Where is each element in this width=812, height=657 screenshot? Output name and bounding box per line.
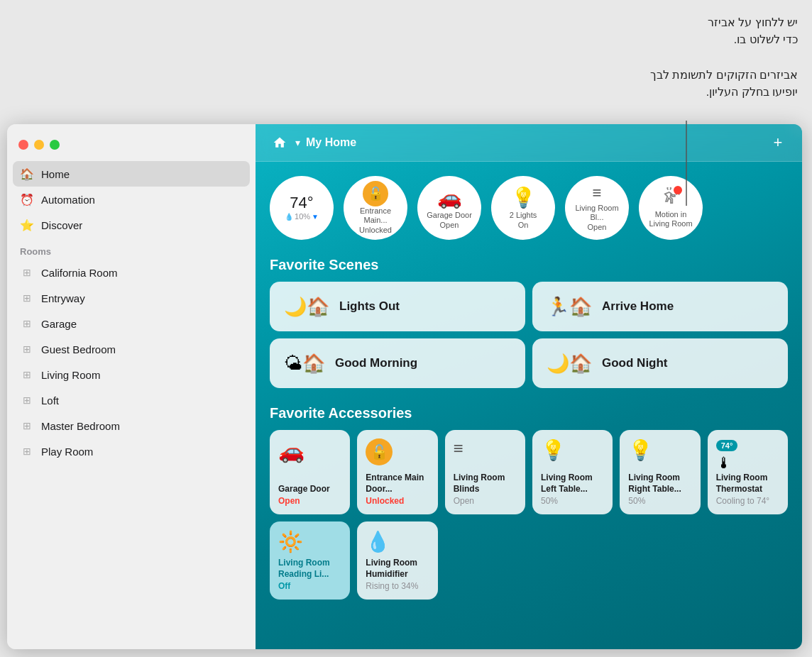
room-label: Garage xyxy=(41,318,77,330)
sidebar-item-california-room[interactable]: ⊞ California Room xyxy=(13,260,250,285)
room-icon: ⊞ xyxy=(20,444,34,458)
sidebar-label-discover: Discover xyxy=(41,219,82,231)
thermostat-status: Cooling to 74° xyxy=(716,496,779,506)
room-label: Master Bedroom xyxy=(41,420,120,432)
reading-lamp-icon: 🔆 xyxy=(278,530,341,553)
room-icon: ⊞ xyxy=(20,265,34,280)
accessory-left-lamp[interactable]: 💡 Living Room Left Table... 50% xyxy=(532,430,613,514)
motion-badge xyxy=(674,186,682,194)
home-chevron-button[interactable]: ▾ xyxy=(295,137,300,148)
sidebar-item-play-room[interactable]: ⊞ Play Room xyxy=(13,438,250,464)
accessories-section-title: Favorite Accessories xyxy=(270,405,788,421)
garage-tile[interactable]: 🚗 Garage DoorOpen xyxy=(417,176,481,240)
sidebar-item-guest-bedroom[interactable]: ⊞ Guest Bedroom xyxy=(13,336,250,362)
blinds-accessory-icon: ≡ xyxy=(454,438,517,458)
sidebar-header xyxy=(7,136,256,161)
arrive-home-icon: 🏃🏠 xyxy=(547,296,592,318)
left-lamp-icon: 💡 xyxy=(541,438,604,462)
entrance-lock-status: Unlocked xyxy=(366,496,429,506)
garage-tile-label: Garage DoorOpen xyxy=(427,211,472,229)
toolbar: ▾ My Home + xyxy=(256,124,802,162)
good-morning-icon: 🌤🏠 xyxy=(284,353,325,375)
add-button[interactable]: + xyxy=(768,133,788,153)
accessory-garage-door[interactable]: 🚗 Garage Door Open xyxy=(270,430,350,514)
annotation-line xyxy=(686,121,688,206)
sidebar-label-automation: Automation xyxy=(41,194,95,206)
home-nav-button[interactable] xyxy=(270,133,290,153)
entrance-lock-name: Entrance Main Door... xyxy=(366,473,429,495)
garage-door-name: Garage Door xyxy=(278,484,341,495)
humidifier-status: Rising to 34% xyxy=(366,581,429,591)
reading-lamp-status: Off xyxy=(278,581,341,591)
accessory-reading-lamp[interactable]: 🔆 Living Room Reading Li... Off xyxy=(270,521,350,600)
scene-lights-out[interactable]: 🌙🏠 Lights Out xyxy=(270,282,525,331)
room-icon: ⊞ xyxy=(20,316,34,331)
thermostat-name: Living Room Thermostat xyxy=(716,473,779,495)
discover-icon: ⭐ xyxy=(20,218,34,232)
accessory-humidifier[interactable]: 💧 Living Room Humidifier Rising to 34% xyxy=(357,521,437,600)
entrance-tile[interactable]: 🔓 Entrance Main...Unlocked xyxy=(344,176,407,240)
good-morning-label: Good Morning xyxy=(335,356,417,370)
room-label: Guest Bedroom xyxy=(41,343,116,355)
thermostat-badge: 74° xyxy=(716,440,738,451)
scene-good-night[interactable]: 🌙🏠 Good Night xyxy=(532,338,788,388)
temp-value: 74° xyxy=(290,195,313,211)
sidebar-item-automation[interactable]: ⏰ Automation xyxy=(13,187,250,212)
annotation-text-1: יש ללחוץ על אביזר כדי לשלוט בו. xyxy=(571,14,798,48)
entrance-tile-label: Entrance Main...Unlocked xyxy=(347,206,404,235)
room-label: Entryway xyxy=(41,292,85,304)
blinds-status: Open xyxy=(454,496,517,506)
sidebar-item-loft[interactable]: ⊞ Loft xyxy=(13,387,250,413)
accessories-grid: 🚗 Garage Door Open 🔓 Entrance Main Door.… xyxy=(270,430,788,600)
good-night-icon: 🌙🏠 xyxy=(547,353,592,375)
right-lamp-name: Living Room Right Table... xyxy=(628,473,691,495)
room-icon: ⊞ xyxy=(20,368,34,382)
accessory-blinds[interactable]: ≡ Living Room Blinds Open xyxy=(445,430,525,514)
accessory-right-lamp[interactable]: 💡 Living Room Right Table... 50% xyxy=(620,430,700,514)
sidebar-item-garage[interactable]: ⊞ Garage xyxy=(13,311,250,336)
traffic-lights xyxy=(18,140,60,150)
thermostat-icon: 🌡 xyxy=(716,454,779,473)
sidebar-item-living-room[interactable]: ⊞ Living Room xyxy=(13,362,250,387)
temp-sub: 💧 10% ▼ xyxy=(285,212,319,221)
content-area: 74° 💧 10% ▼ 🔓 Entrance Main...Unlocked xyxy=(256,162,802,649)
scenes-section-title: Favorite Scenes xyxy=(270,257,788,273)
blinds-tile-label: Living Room Bl...Open xyxy=(569,204,625,232)
blinds-name: Living Room Blinds xyxy=(454,473,517,495)
rooms-list: ⊞ California Room ⊞ Entryway ⊞ Garage ⊞ … xyxy=(7,260,256,464)
lights-tile[interactable]: 💡 2 LightsOn xyxy=(491,176,555,240)
zoom-button[interactable] xyxy=(50,140,60,150)
right-lamp-icon: 💡 xyxy=(628,438,691,462)
sidebar-item-master-bedroom[interactable]: ⊞ Master Bedroom xyxy=(13,413,250,438)
home-icon: 🏠 xyxy=(20,167,34,181)
scene-good-morning[interactable]: 🌤🏠 Good Morning xyxy=(270,338,525,388)
room-label: Living Room xyxy=(41,369,100,381)
temperature-tile[interactable]: 74° 💧 10% ▼ xyxy=(270,176,334,240)
left-lamp-name: Living Room Left Table... xyxy=(541,473,604,495)
blinds-tile[interactable]: ≡ Living Room Bl...Open xyxy=(565,176,629,240)
close-button[interactable] xyxy=(18,140,28,150)
lights-out-label: Lights Out xyxy=(339,299,400,314)
sidebar-item-home[interactable]: 🏠 Home xyxy=(13,161,250,187)
annotation-text-2: אביזרים הזקוקים לתשומת לבך יופיעו בחלק ה… xyxy=(571,67,798,101)
accessory-thermostat[interactable]: 74° 🌡 Living Room Thermostat Cooling to … xyxy=(708,430,788,514)
minimize-button[interactable] xyxy=(34,140,44,150)
sidebar-item-entryway[interactable]: ⊞ Entryway xyxy=(13,285,250,311)
motion-tile[interactable]: Motion inLiving Room xyxy=(639,176,703,240)
scene-arrive-home[interactable]: 🏃🏠 Arrive Home xyxy=(532,282,788,331)
arrive-home-label: Arrive Home xyxy=(602,299,674,314)
scenes-grid: 🌙🏠 Lights Out 🏃🏠 Arrive Home 🌤🏠 Good Mor… xyxy=(270,282,788,388)
rooms-section-label: Rooms xyxy=(7,238,256,260)
room-icon: ⊞ xyxy=(20,393,34,407)
annotation-area: יש ללחוץ על אביזר כדי לשלוט בו. אביזרים … xyxy=(571,14,798,106)
sidebar: 🏠 Home ⏰ Automation ⭐ Discover Rooms ⊞ C… xyxy=(7,124,256,649)
entrance-lock-icon: 🔓 xyxy=(366,438,393,465)
room-label: Loft xyxy=(41,394,59,407)
accessory-entrance-lock[interactable]: 🔓 Entrance Main Door... Unlocked xyxy=(357,430,437,514)
automation-icon: ⏰ xyxy=(20,192,34,206)
garage-icon: 🚗 xyxy=(437,186,462,209)
sidebar-nav: 🏠 Home ⏰ Automation ⭐ Discover xyxy=(7,161,256,238)
sidebar-item-discover[interactable]: ⭐ Discover xyxy=(13,212,250,238)
lights-icon: 💡 xyxy=(511,186,536,209)
humidifier-icon: 💧 xyxy=(366,530,429,553)
